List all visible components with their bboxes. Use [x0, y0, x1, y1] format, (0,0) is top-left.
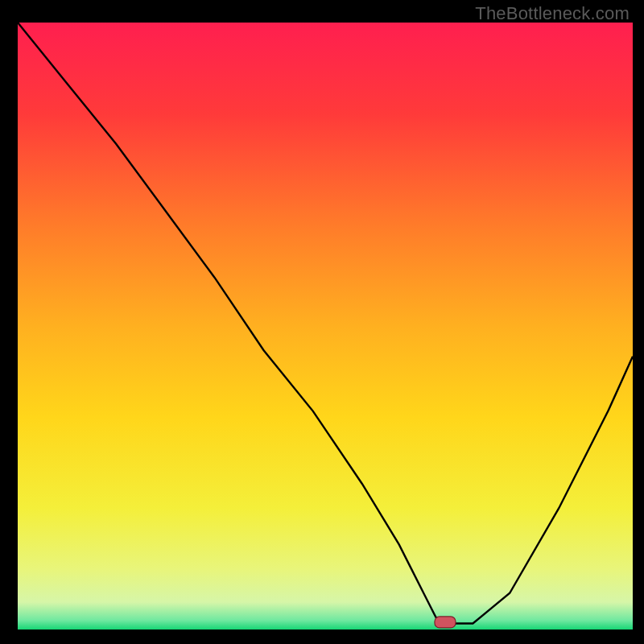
optimal-marker: [435, 617, 456, 628]
chart-frame: TheBottleneck.com: [0, 0, 644, 644]
bottleneck-chart: [0, 0, 644, 644]
watermark-text: TheBottleneck.com: [475, 3, 630, 24]
